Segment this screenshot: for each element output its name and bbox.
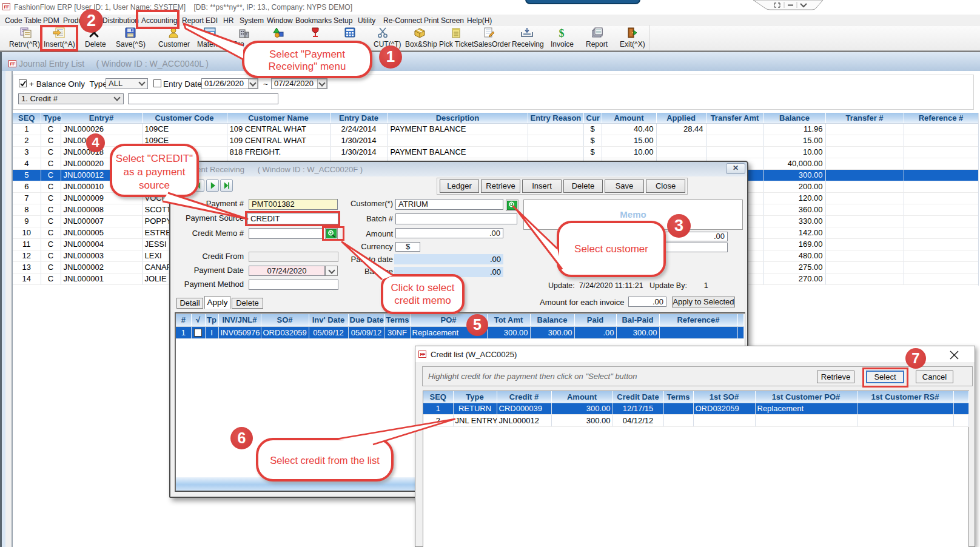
svg-text:$: $ bbox=[559, 27, 565, 39]
